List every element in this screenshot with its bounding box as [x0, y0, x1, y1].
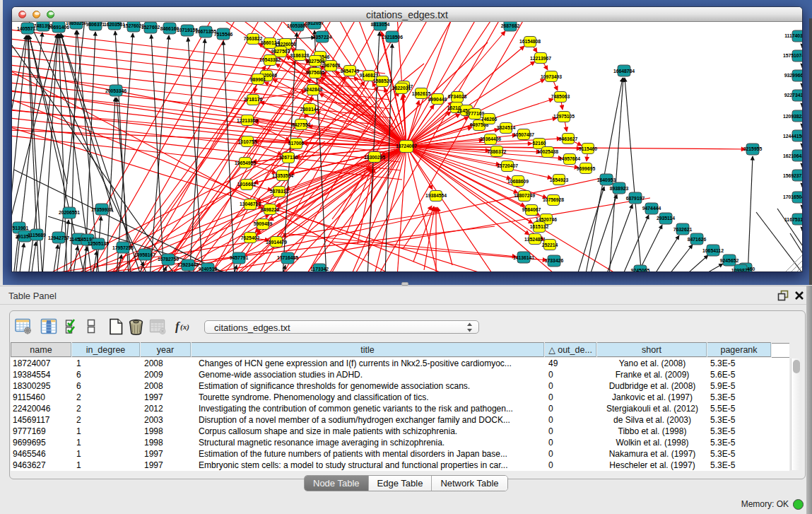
svg-text:817006: 817006: [288, 141, 305, 146]
svg-text:7513901: 7513901: [12, 226, 28, 230]
svg-text:13353594: 13353594: [272, 173, 293, 178]
svg-text:16648784: 16648784: [613, 69, 635, 74]
svg-text:14136141: 14136141: [513, 255, 534, 260]
svg-text:12923448: 12923448: [177, 262, 199, 267]
svg-text:9115460: 9115460: [579, 146, 597, 151]
svg-text:10688609: 10688609: [507, 179, 529, 184]
svg-text:5878312: 5878312: [270, 189, 289, 194]
svg-text:9875685: 9875685: [306, 70, 325, 75]
svg-text:7386372: 7386372: [488, 149, 507, 154]
svg-text:15692371: 15692371: [783, 173, 802, 178]
svg-text:17359938: 17359938: [91, 207, 112, 212]
svg-text:8427552: 8427552: [292, 122, 311, 127]
svg-text:14520746: 14520746: [536, 217, 557, 222]
svg-text:16154808: 16154808: [519, 39, 541, 44]
svg-text:2935114: 2935114: [657, 216, 675, 221]
svg-text:12213967: 12213967: [530, 56, 551, 61]
svg-text:7357224: 7357224: [313, 35, 332, 40]
svg-text:3824514: 3824514: [497, 125, 516, 130]
svg-text:16210643: 16210643: [783, 153, 802, 158]
svg-text:9457791: 9457791: [230, 255, 249, 260]
svg-text:2803144: 2803144: [300, 107, 319, 112]
svg-text:13716485: 13716485: [277, 255, 298, 260]
svg-text:3822031: 3822031: [392, 86, 411, 90]
svg-text:16671355: 16671355: [195, 29, 216, 34]
svg-text:19654955: 19654955: [235, 160, 256, 165]
svg-text:7632621: 7632621: [673, 227, 693, 232]
svg-text:16782759: 16782759: [158, 257, 179, 262]
svg-text:9699695: 9699695: [577, 166, 596, 171]
svg-text:1362615: 1362615: [412, 91, 431, 96]
svg-text:1115689: 1115689: [28, 233, 46, 238]
svg-text:17957255: 17957255: [112, 245, 134, 250]
svg-text:10958167: 10958167: [134, 252, 155, 257]
svg-text:9777169: 9777169: [466, 111, 485, 116]
svg-text:9806371: 9806371: [86, 22, 105, 27]
svg-text:16203561: 16203561: [104, 22, 125, 27]
svg-text:9245652: 9245652: [720, 258, 739, 263]
svg-text:1640953: 1640953: [597, 177, 616, 182]
svg-text:6879197: 6879197: [626, 196, 645, 201]
svg-text:10853257: 10853257: [66, 22, 87, 25]
svg-text:14957664: 14957664: [559, 156, 580, 161]
svg-text:10973493: 10973493: [541, 74, 562, 79]
svg-text:12505135: 12505135: [88, 241, 109, 246]
svg-text:18300295: 18300295: [364, 155, 385, 160]
svg-text:9584067: 9584067: [522, 207, 541, 212]
svg-text:1173342: 1173342: [310, 267, 329, 271]
svg-text:9146821: 9146821: [360, 73, 379, 78]
svg-text:1167531: 1167531: [784, 217, 802, 222]
svg-text:19384554: 19384554: [425, 193, 447, 198]
svg-text:20691406: 20691406: [48, 25, 69, 30]
svg-text:3267130: 3267130: [279, 155, 298, 160]
svg-text:10756928: 10756928: [543, 197, 564, 202]
svg-text:6734028: 6734028: [448, 94, 467, 99]
svg-text:1099871: 1099871: [731, 268, 751, 271]
svg-text:13524851: 13524851: [524, 237, 546, 242]
svg-text:62160: 62160: [533, 141, 546, 146]
svg-text:10654112: 10654112: [702, 248, 724, 253]
svg-text:1654923: 1654923: [550, 177, 569, 182]
svg-text:1615132: 1615132: [530, 224, 549, 229]
svg-text:16914479: 16914479: [266, 240, 287, 245]
svg-text:17016504: 17016504: [783, 194, 802, 199]
svg-text:18724007: 18724007: [396, 144, 417, 148]
svg-text:9474444: 9474444: [642, 206, 661, 211]
svg-text:15751074: 15751074: [783, 53, 802, 58]
svg-text:252214: 252214: [542, 243, 558, 247]
svg-text:9498222: 9498222: [261, 207, 280, 212]
svg-text:3215955: 3215955: [743, 146, 763, 151]
svg-text:10507487: 10507487: [513, 132, 534, 137]
svg-text:9329966: 9329966: [784, 73, 802, 78]
svg-text:7625402: 7625402: [241, 235, 260, 240]
svg-text:20053346: 20053346: [105, 88, 126, 93]
svg-text:2718176: 2718176: [244, 97, 263, 102]
svg-text:8912057: 8912057: [305, 22, 324, 25]
svg-text:9463627: 9463627: [559, 136, 578, 141]
svg-text:10543382: 10543382: [259, 57, 281, 62]
svg-text:8186328: 8186328: [290, 53, 310, 58]
svg-text:1010755: 1010755: [238, 139, 257, 144]
svg-text:20364436: 20364436: [480, 136, 501, 141]
svg-text:12975105: 12975105: [553, 114, 575, 119]
svg-text:7515546: 7515546: [214, 32, 233, 37]
svg-text:13046718: 13046718: [240, 201, 261, 206]
svg-text:8990448: 8990448: [428, 97, 447, 102]
svg-text:7485063: 7485063: [551, 94, 570, 99]
svg-text:19218506: 19218506: [382, 35, 403, 40]
svg-text:9827503: 9827503: [271, 49, 290, 54]
svg-text:13226058: 13226058: [275, 42, 296, 47]
svg-text:9240512: 9240512: [199, 267, 218, 271]
svg-text:8454749: 8454749: [341, 69, 360, 74]
svg-text:1117403: 1117403: [784, 33, 802, 38]
svg-text:12213369: 12213369: [237, 118, 258, 123]
svg-text:12444156: 12444156: [783, 134, 802, 139]
svg-text:9227343: 9227343: [784, 93, 802, 98]
svg-text:20206551: 20206551: [59, 210, 80, 215]
svg-text:746266: 746266: [481, 117, 498, 122]
svg-text:1733426: 1733426: [545, 258, 564, 263]
svg-text:7663822: 7663822: [244, 36, 263, 41]
svg-text:10025438: 10025438: [537, 149, 558, 154]
svg-text:(x): (x): [180, 322, 189, 332]
svg-text:18807249: 18807249: [514, 193, 535, 198]
